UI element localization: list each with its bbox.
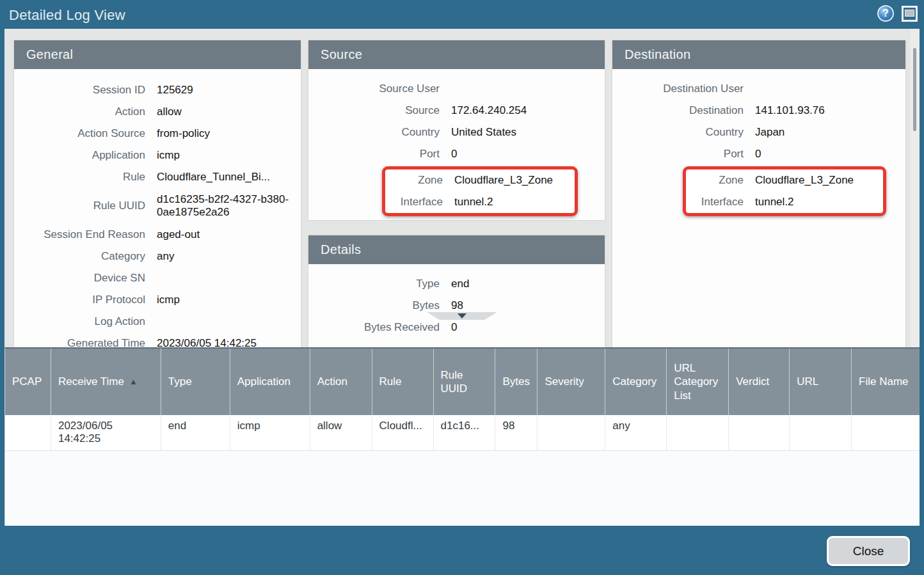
cell-verdict (729, 415, 790, 450)
field-label: Port (612, 148, 744, 161)
title-bar: Detailed Log View ? (0, 0, 924, 29)
field-row-source-user: Source User (308, 78, 605, 100)
column-header-pcap[interactable]: PCAP (5, 349, 51, 415)
field-row-action: Actionallow (14, 101, 301, 123)
table-row[interactable]: 2023/06/05 14:42:25endicmpallowCloudfl..… (5, 415, 920, 451)
source-panel: Source Source UserSource172.64.240.254Co… (308, 40, 605, 220)
column-header-url[interactable]: URL (790, 349, 852, 415)
field-row-generated-time: Generated Time2023/06/05 14:42:25 (14, 333, 301, 347)
field-label: Session ID (14, 84, 145, 97)
column-header-url-category-list[interactable]: URL Category List (667, 349, 729, 415)
field-label: Country (308, 126, 440, 139)
field-value: 2023/06/05 14:42:25 (145, 337, 292, 347)
cell-severity (538, 415, 605, 450)
field-row-rule-uuid: Rule UUIDd1c16235-b2f2-4327-b380-0ae1875… (14, 188, 301, 224)
field-label: Action (14, 106, 145, 118)
window-icon[interactable] (902, 6, 918, 22)
field-row-zone: ZoneCloudflare_L3_Zone (388, 169, 572, 191)
field-label: Category (14, 250, 145, 263)
column-header-action[interactable]: Action (310, 349, 372, 415)
cell-application: icmp (230, 415, 310, 450)
page-title: Detailed Log View (9, 7, 125, 24)
field-label: Session End Reason (14, 228, 145, 241)
field-value: Cloudflare_L3_Zone (744, 174, 872, 187)
close-button[interactable]: Close (827, 536, 910, 566)
field-label: IP Protocol (14, 294, 145, 306)
field-value: d1c16235-b2f2-4327-b380-0ae1875e2a26 (145, 193, 292, 218)
field-value: tunnel.2 (744, 196, 872, 209)
column-header-application[interactable]: Application (230, 349, 310, 415)
column-header-file-name[interactable]: File Name (852, 349, 920, 415)
column-header-receive-time[interactable]: Receive Time▲ (51, 349, 161, 415)
cell-file-name (852, 415, 920, 450)
field-label: Destination User (612, 83, 744, 95)
field-value: end (440, 278, 596, 290)
field-label: Device SN (14, 272, 145, 285)
field-value: Cloudflare_Tunnel_Bi... (145, 171, 292, 184)
column-header-category[interactable]: Category (605, 349, 667, 415)
column-header-label: Receive Time (58, 375, 124, 388)
field-label: Destination (612, 104, 744, 117)
field-label: Bytes (308, 299, 440, 312)
title-bar-icons: ? (877, 5, 918, 22)
field-value: icmp (145, 294, 292, 306)
field-row-device-sn: Device SN (14, 267, 301, 289)
source-panel-body: Source UserSource172.64.240.254CountryUn… (308, 69, 605, 216)
cell-type: end (161, 415, 230, 450)
cell-url-category-list (667, 415, 729, 450)
field-row-rule: RuleCloudflare_Tunnel_Bi... (14, 166, 301, 188)
field-label: Log Action (14, 315, 145, 328)
log-table-header: PCAPReceive Time▲TypeApplicationActionRu… (5, 349, 920, 415)
field-value: Cloudflare_L3_Zone (443, 174, 563, 187)
destination-panel-body: Destination UserDestination141.101.93.76… (612, 69, 905, 216)
field-value: United States (440, 126, 596, 139)
log-table-body: 2023/06/05 14:42:25endicmpallowCloudfl..… (5, 415, 920, 451)
column-header-type[interactable]: Type (161, 349, 230, 415)
highlight-box: ZoneCloudflare_L3_ZoneInterfacetunnel.2 (683, 166, 886, 216)
log-table: PCAPReceive Time▲TypeApplicationActionRu… (4, 347, 920, 526)
details-panel: Details TypeendBytes98Bytes Received0 (308, 235, 605, 347)
column-header-label: Application (237, 375, 291, 388)
field-row-session-end-reason: Session End Reasonaged-out (14, 224, 301, 246)
column-header-label: File Name (859, 375, 908, 388)
source-panel-header: Source (308, 40, 605, 69)
field-value: 98 (440, 299, 596, 312)
field-row-type: Typeend (308, 273, 605, 295)
destination-panel: Destination Destination UserDestination1… (612, 40, 905, 347)
field-label: Zone (388, 174, 443, 187)
field-label: Interface (388, 196, 443, 209)
field-row-destination-user: Destination User (612, 78, 905, 100)
field-label: Generated Time (14, 337, 145, 347)
field-value: icmp (145, 149, 292, 162)
cell-pcap (5, 415, 51, 450)
column-header-label: Category (612, 375, 657, 388)
field-value: 0 (440, 321, 596, 334)
field-label: Source User (308, 83, 440, 95)
column-header-rule-uuid[interactable]: Rule UUID (434, 349, 496, 415)
field-row-application: Applicationicmp (14, 145, 301, 166)
scrollbar-track (911, 29, 920, 347)
field-label: Country (612, 126, 744, 139)
field-label: Application (14, 149, 145, 162)
field-row-action-source: Action Sourcefrom-policy (14, 123, 301, 145)
column-header-verdict[interactable]: Verdict (729, 349, 790, 415)
column-header-label: URL (797, 375, 818, 388)
column-header-rule[interactable]: Rule (372, 349, 434, 415)
field-label: Zone (689, 174, 744, 187)
destination-panel-header: Destination (612, 40, 905, 69)
field-row-source: Source172.64.240.254 (308, 100, 605, 122)
scrollbar-thumb[interactable] (913, 48, 916, 131)
cell-rule-uuid: d1c16... (434, 415, 496, 450)
field-row-port: Port0 (308, 143, 605, 165)
field-label: Type (308, 278, 440, 290)
field-row-zone: ZoneCloudflare_L3_Zone (689, 169, 880, 191)
help-icon[interactable]: ? (877, 5, 894, 22)
column-header-label: Rule UUID (441, 368, 488, 396)
cell-category: any (605, 415, 667, 450)
column-header-label: PCAP (12, 375, 42, 388)
field-row-port: Port0 (612, 143, 905, 165)
field-label: Action Source (14, 127, 145, 140)
field-value: tunnel.2 (443, 196, 563, 209)
column-header-severity[interactable]: Severity (538, 349, 605, 415)
column-header-bytes[interactable]: Bytes (495, 349, 538, 415)
